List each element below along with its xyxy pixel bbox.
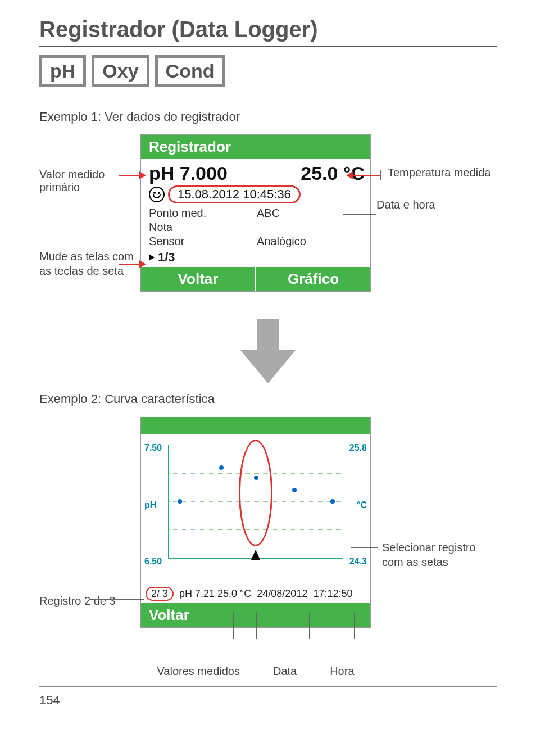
temp-reading: 25.0 °C bbox=[301, 162, 365, 184]
record-badge: 2/ 3 bbox=[146, 587, 174, 601]
callout-record-index: Registro 2 de 3 bbox=[39, 594, 140, 608]
screen-header: Registrador bbox=[141, 135, 370, 159]
callout-measured-values: Valores medidos bbox=[157, 665, 239, 678]
y-mid-left: pH bbox=[144, 500, 156, 510]
parameter-tags: pH Oxy Cond bbox=[39, 55, 497, 87]
row-nota: Nota bbox=[149, 221, 257, 234]
chart-area bbox=[168, 445, 343, 559]
tag-ph: pH bbox=[39, 55, 86, 87]
callout-primary-value: Valor medido primário bbox=[39, 168, 140, 194]
tag-cond: Cond bbox=[155, 55, 225, 87]
page-number: 154 bbox=[39, 693, 60, 707]
status-date: 24/08/2012 bbox=[257, 588, 307, 600]
down-arrow-icon bbox=[39, 319, 497, 386]
y-top-left: 7.50 bbox=[144, 443, 162, 453]
page-indicator: 1/3 bbox=[158, 250, 175, 265]
main-reading: pH 7.000 bbox=[149, 162, 228, 184]
datetime-pill: 15.08.2012 10:45:36 bbox=[168, 185, 301, 203]
example1-label: Exemplo 1: Ver dados do registrador bbox=[39, 110, 497, 124]
row-sensor-val: Analógico bbox=[257, 235, 365, 248]
device-screen-2: 7.50 pH 6.50 25.8 °C 24.3 bbox=[140, 417, 371, 628]
callout-datetime: Data e hora bbox=[376, 198, 494, 211]
footer-rule: 154 bbox=[39, 686, 497, 708]
row-ponto-med: Ponto med. bbox=[149, 207, 257, 220]
smiley-icon bbox=[149, 187, 165, 202]
row-sensor: Sensor bbox=[149, 235, 257, 248]
selection-marker bbox=[239, 440, 272, 546]
callout-date: Data bbox=[273, 665, 297, 678]
callout-temperature: Temperatura medida bbox=[388, 166, 494, 179]
device-screen-1: Registrador pH 7.000 25.0 °C 15.08.2012 … bbox=[140, 134, 371, 292]
y-top-right: 25.8 bbox=[349, 443, 367, 453]
title-rule bbox=[39, 46, 497, 47]
callout-select-record: Selecionar registro com as setas bbox=[382, 540, 494, 569]
svg-marker-0 bbox=[240, 319, 296, 383]
row-ponto-med-val: ABC bbox=[257, 207, 365, 220]
example2-label: Exemplo 2: Curva característica bbox=[39, 392, 497, 406]
y-bot-left: 6.50 bbox=[144, 556, 162, 567]
callout-time: Hora bbox=[330, 665, 354, 678]
graph-button[interactable]: Gráfico bbox=[255, 267, 370, 291]
status-time: 17:12:50 bbox=[313, 588, 352, 600]
triangle-right-icon bbox=[149, 254, 155, 261]
y-mid-right: °C bbox=[357, 500, 367, 510]
cursor-up-arrow-icon bbox=[251, 550, 260, 560]
back-button[interactable]: Voltar bbox=[141, 267, 255, 291]
status-values: pH 7.21 25.0 °C bbox=[179, 588, 251, 600]
y-bot-right: 24.3 bbox=[349, 556, 367, 567]
page-title: Registrador (Data Logger) bbox=[39, 17, 497, 42]
tag-oxy: Oxy bbox=[92, 55, 149, 87]
graph-header bbox=[141, 417, 370, 434]
